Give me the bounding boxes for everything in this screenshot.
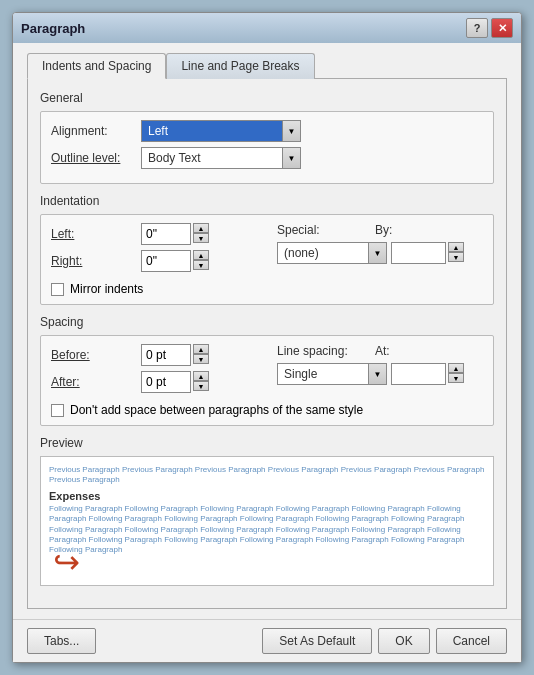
bottom-buttons: Tabs... Set As Default OK Cancel [13, 619, 521, 662]
by-up[interactable]: ▲ [448, 242, 464, 252]
indent-left-col: Left: ▲ ▼ Right: [51, 223, 257, 278]
after-down[interactable]: ▼ [193, 381, 209, 391]
before-label: Before: [51, 348, 141, 362]
line-spacing-select[interactable]: Single ▼ [277, 363, 387, 385]
ok-button[interactable]: OK [378, 628, 429, 654]
at-spinner: ▲ ▼ [391, 363, 464, 385]
outline-value: Body Text [142, 148, 282, 168]
indent-right-input[interactable] [141, 250, 191, 272]
spacing-title: Spacing [40, 315, 494, 329]
spacing-grid: Before: ▲ ▼ After: [51, 344, 483, 399]
tab-indents-spacing[interactable]: Indents and Spacing [27, 53, 166, 79]
indent-right-label: Right: [51, 254, 141, 268]
after-spinner-btns: ▲ ▼ [193, 371, 209, 393]
indent-left-down[interactable]: ▼ [193, 233, 209, 243]
outline-row: Outline level: Body Text ▼ [51, 147, 483, 169]
indent-left-label: Left: [51, 227, 141, 241]
set-default-button[interactable]: Set As Default [262, 628, 372, 654]
indent-right-col: Special: By: (none) ▼ [277, 223, 483, 278]
line-spacing-label: Line spacing: [277, 344, 367, 358]
before-down[interactable]: ▼ [193, 354, 209, 364]
special-row: Special: By: [277, 223, 483, 237]
indentation-grid: Left: ▲ ▼ Right: [51, 223, 483, 278]
preview-arrow-icon: ↩ [53, 543, 80, 581]
special-label: Special: [277, 223, 367, 237]
by-input[interactable] [391, 242, 446, 264]
dont-add-label: Don't add space between paragraphs of th… [70, 403, 363, 417]
by-label: By: [375, 223, 405, 237]
preview-box: Previous Paragraph Previous Paragraph Pr… [40, 456, 494, 586]
tab-bar: Indents and Spacing Line and Page Breaks [27, 53, 507, 79]
indentation-box: Left: ▲ ▼ Right: [40, 214, 494, 305]
preview-title: Preview [40, 436, 494, 450]
alignment-value: Left [142, 121, 282, 141]
at-down[interactable]: ▼ [448, 373, 464, 383]
mirror-checkbox[interactable] [51, 283, 64, 296]
special-arrow[interactable]: ▼ [368, 243, 386, 263]
preview-next-text: Following Paragraph Following Paragraph … [49, 504, 485, 556]
alignment-label: Alignment: [51, 124, 141, 138]
before-up[interactable]: ▲ [193, 344, 209, 354]
general-section: General Alignment: Left ▼ Outline level: [40, 91, 494, 184]
spacing-right-col: Line spacing: At: Single ▼ [277, 344, 483, 399]
close-button[interactable]: ✕ [491, 18, 513, 38]
indentation-title: Indentation [40, 194, 494, 208]
preview-sample-label: Expenses [49, 490, 485, 502]
at-label: At: [375, 344, 405, 358]
line-spacing-label-row: Line spacing: At: [277, 344, 483, 358]
by-spinner: ▲ ▼ [391, 242, 464, 264]
after-spinner: ▲ ▼ [141, 371, 209, 393]
general-box: Alignment: Left ▼ Outline level: Body Te… [40, 111, 494, 184]
before-input[interactable] [141, 344, 191, 366]
before-spinner: ▲ ▼ [141, 344, 209, 366]
alignment-select[interactable]: Left ▼ [141, 120, 301, 142]
alignment-row: Alignment: Left ▼ [51, 120, 483, 142]
indentation-section: Indentation Left: ▲ ▼ [40, 194, 494, 305]
preview-prev-text: Previous Paragraph Previous Paragraph Pr… [49, 465, 485, 486]
title-buttons: ? ✕ [466, 18, 513, 38]
outline-select[interactable]: Body Text ▼ [141, 147, 301, 169]
indent-left-up[interactable]: ▲ [193, 223, 209, 233]
at-up[interactable]: ▲ [448, 363, 464, 373]
paragraph-dialog: Paragraph ? ✕ Indents and Spacing Line a… [12, 12, 522, 663]
line-spacing-control-row: Single ▼ ▲ ▼ [277, 363, 483, 385]
special-select[interactable]: (none) ▼ [277, 242, 387, 264]
after-input[interactable] [141, 371, 191, 393]
at-spinner-btns: ▲ ▼ [448, 363, 464, 385]
indent-right-down[interactable]: ▼ [193, 260, 209, 270]
dialog-title: Paragraph [21, 21, 85, 36]
indent-left-spinner-btns: ▲ ▼ [193, 223, 209, 245]
indent-right-up[interactable]: ▲ [193, 250, 209, 260]
line-spacing-value: Single [278, 364, 368, 384]
alignment-arrow[interactable]: ▼ [282, 121, 300, 141]
tabs-button[interactable]: Tabs... [27, 628, 96, 654]
indent-right-spinner-btns: ▲ ▼ [193, 250, 209, 272]
title-bar: Paragraph ? ✕ [13, 13, 521, 43]
indent-left-input[interactable] [141, 223, 191, 245]
dont-add-row: Don't add space between paragraphs of th… [51, 403, 483, 417]
special-control-row: (none) ▼ ▲ ▼ [277, 242, 483, 264]
spacing-section: Spacing Before: ▲ ▼ [40, 315, 494, 426]
indent-left-spinner: ▲ ▼ [141, 223, 209, 245]
tab-line-page-breaks[interactable]: Line and Page Breaks [166, 53, 314, 79]
before-row: Before: ▲ ▼ [51, 344, 257, 366]
special-value: (none) [278, 243, 368, 263]
right-buttons: Set As Default OK Cancel [262, 628, 507, 654]
title-bar-left: Paragraph [21, 21, 85, 36]
mirror-label: Mirror indents [70, 282, 143, 296]
mirror-row: Mirror indents [51, 282, 483, 296]
help-button[interactable]: ? [466, 18, 488, 38]
by-down[interactable]: ▼ [448, 252, 464, 262]
at-input[interactable] [391, 363, 446, 385]
tab-content-indents-spacing: General Alignment: Left ▼ Outline level: [27, 78, 507, 609]
dont-add-checkbox[interactable] [51, 404, 64, 417]
after-up[interactable]: ▲ [193, 371, 209, 381]
cancel-button[interactable]: Cancel [436, 628, 507, 654]
line-spacing-arrow[interactable]: ▼ [368, 364, 386, 384]
by-spinner-btns: ▲ ▼ [448, 242, 464, 264]
dialog-content: Indents and Spacing Line and Page Breaks… [13, 43, 521, 619]
after-label: After: [51, 375, 141, 389]
indent-right-row: Right: ▲ ▼ [51, 250, 257, 272]
outline-arrow[interactable]: ▼ [282, 148, 300, 168]
indent-right-spinner: ▲ ▼ [141, 250, 209, 272]
